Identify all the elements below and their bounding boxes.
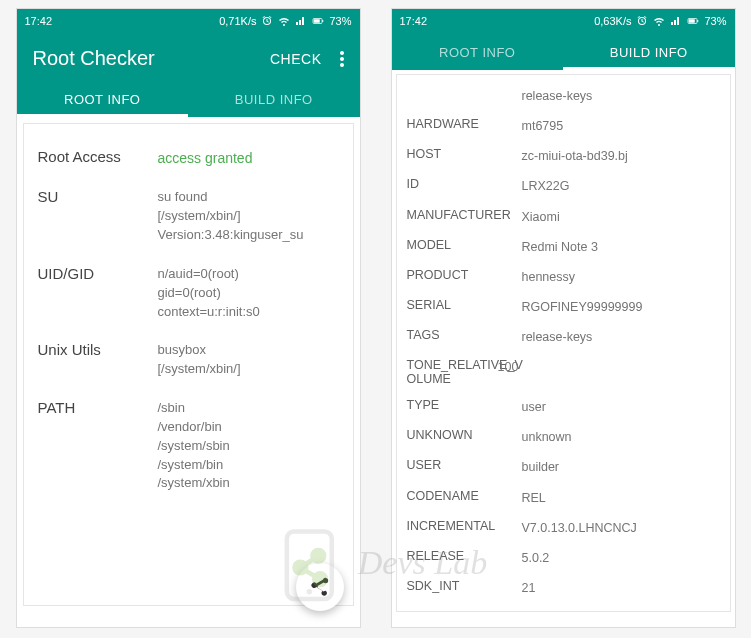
tab-bar: ROOT INFO BUILD INFO	[17, 80, 360, 117]
build-label: SERIAL	[407, 298, 522, 312]
build-row: MODELRedmi Note 3	[407, 232, 720, 262]
app-bar: Root Checker CHECK	[17, 33, 360, 80]
build-value: Redmi Note 3	[522, 238, 598, 256]
value-uid-gid: n/auid=0(root) gid=0(root) context=u:r:i…	[158, 265, 260, 322]
build-value: 5.0.2	[522, 549, 550, 567]
build-row: IDLRX22G	[407, 171, 720, 201]
share-icon	[309, 576, 331, 598]
build-value: mt6795	[522, 117, 564, 135]
battery-icon	[312, 15, 324, 27]
status-net-speed: 0,71K/s	[219, 15, 256, 27]
label-root-access: Root Access	[38, 148, 158, 165]
build-value: REL	[522, 489, 546, 507]
row-uid-gid: UID/GID n/auid=0(root) gid=0(root) conte…	[38, 255, 339, 332]
svg-rect-5	[698, 20, 699, 22]
build-label: MANUFACTURER	[407, 208, 522, 222]
build-label: RADIO	[407, 609, 522, 612]
value-path: /sbin /vendor/bin /system/sbin /system/b…	[158, 399, 230, 493]
build-row: RELEASE5.0.2	[407, 543, 720, 573]
build-label: ID	[407, 177, 522, 191]
build-label: PRODUCT	[407, 268, 522, 282]
wifi-icon	[278, 15, 290, 27]
status-battery: 73%	[329, 15, 351, 27]
status-battery: 73%	[704, 15, 726, 27]
build-label: CODENAME	[407, 489, 522, 503]
tab-root-info[interactable]: ROOT INFO	[392, 33, 564, 70]
value-root-access: access granted	[158, 148, 253, 168]
value-unix-utils: busybox [/system/xbin/]	[158, 341, 241, 379]
row-su: SU su found [/system/xbin/] Version:3.48…	[38, 178, 339, 255]
row-path: PATH /sbin /vendor/bin /system/sbin /sys…	[38, 389, 339, 503]
svg-rect-1	[314, 19, 320, 23]
build-label: TYPE	[407, 398, 522, 412]
build-label: HOST	[407, 147, 522, 161]
value-su: su found [/system/xbin/] Version:3.48:ki…	[158, 188, 304, 245]
build-value: RGOFINEY99999999	[522, 298, 643, 316]
build-value: zc-miui-ota-bd39.bj	[522, 147, 628, 165]
build-label: USER	[407, 458, 522, 472]
build-label: INCREMENTAL	[407, 519, 522, 533]
phone-left: 17:42 0,71K/s 73% Root Checker CHECK ROO…	[16, 8, 361, 628]
build-value: hennessy	[522, 268, 576, 286]
build-info-panel[interactable]: release-keys HARDWAREmt6795HOSTzc-miui-o…	[396, 74, 731, 612]
label-path: PATH	[38, 399, 158, 416]
value-fragment: release-keys	[522, 87, 593, 105]
root-info-panel: Root Access access granted SU su found […	[23, 123, 354, 606]
build-value: user	[522, 398, 546, 416]
share-fab[interactable]	[296, 563, 344, 611]
build-row: RADIOMOLY.LR9.W1423.MD.LWTG.MP.V24.P44, …	[407, 603, 720, 612]
build-value: V7.0.13.0.LHNCNCJ	[522, 519, 637, 537]
label-su: SU	[38, 188, 158, 205]
label-uid-gid: UID/GID	[38, 265, 158, 282]
check-button[interactable]: CHECK	[270, 51, 322, 67]
build-row: HOSTzc-miui-ota-bd39.bj	[407, 141, 720, 171]
build-row: UNKNOWNunknown	[407, 422, 720, 452]
status-bar: 17:42 0,63K/s 73%	[392, 9, 735, 33]
tab-root-info[interactable]: ROOT INFO	[17, 80, 189, 117]
battery-icon	[687, 15, 699, 27]
tab-build-info[interactable]: BUILD INFO	[563, 33, 735, 70]
build-row: USERbuilder	[407, 452, 720, 482]
build-value: LRX22G	[522, 177, 570, 195]
build-label: RELEASE	[407, 549, 522, 563]
signal-icon	[295, 15, 307, 27]
svg-rect-4	[689, 19, 695, 23]
build-value: MOLY.LR9.W1423.MD.LWTG.MP.V24.P44, 2015/…	[522, 609, 731, 612]
build-row: TYPEuser	[407, 392, 720, 422]
wifi-icon	[653, 15, 665, 27]
tab-build-info[interactable]: BUILD INFO	[188, 80, 360, 117]
build-value: unknown	[522, 428, 572, 446]
signal-icon	[670, 15, 682, 27]
status-bar: 17:42 0,71K/s 73%	[17, 9, 360, 33]
status-time: 17:42	[25, 15, 53, 27]
build-row: SERIALRGOFINEY99999999	[407, 292, 720, 322]
value-tone-volume: 100	[498, 358, 519, 376]
build-label: HARDWARE	[407, 117, 522, 131]
label-unix-utils: Unix Utils	[38, 341, 158, 358]
build-value: builder	[522, 458, 560, 476]
build-row: MANUFACTURERXiaomi	[407, 202, 720, 232]
build-label: UNKNOWN	[407, 428, 522, 442]
row-fragment: release-keys	[407, 81, 720, 111]
row-unix-utils: Unix Utils busybox [/system/xbin/]	[38, 331, 339, 389]
overflow-menu-icon[interactable]	[340, 51, 344, 67]
alarm-icon	[261, 15, 273, 27]
build-value: 21	[522, 579, 536, 597]
tab-bar: ROOT INFO BUILD INFO	[392, 33, 735, 70]
build-value: Xiaomi	[522, 208, 560, 226]
build-label: MODEL	[407, 238, 522, 252]
status-net-speed: 0,63K/s	[594, 15, 631, 27]
build-row: PRODUCThennessy	[407, 262, 720, 292]
alarm-icon	[636, 15, 648, 27]
svg-rect-2	[323, 20, 324, 22]
phone-right: 17:42 0,63K/s 73% ROOT INFO BUILD INFO r…	[391, 8, 736, 628]
build-row: CODENAMEREL	[407, 483, 720, 513]
row-root-access: Root Access access granted	[38, 138, 339, 178]
build-row: INCREMENTALV7.0.13.0.LHNCNCJ	[407, 513, 720, 543]
build-label: SDK_INT	[407, 579, 522, 593]
build-label: TAGS	[407, 328, 522, 342]
status-time: 17:42	[400, 15, 428, 27]
row-tone-volume: TONE_RELATIVE_V OLUME 100	[407, 352, 720, 392]
build-row: HARDWAREmt6795	[407, 111, 720, 141]
build-row: SDK_INT21	[407, 573, 720, 603]
